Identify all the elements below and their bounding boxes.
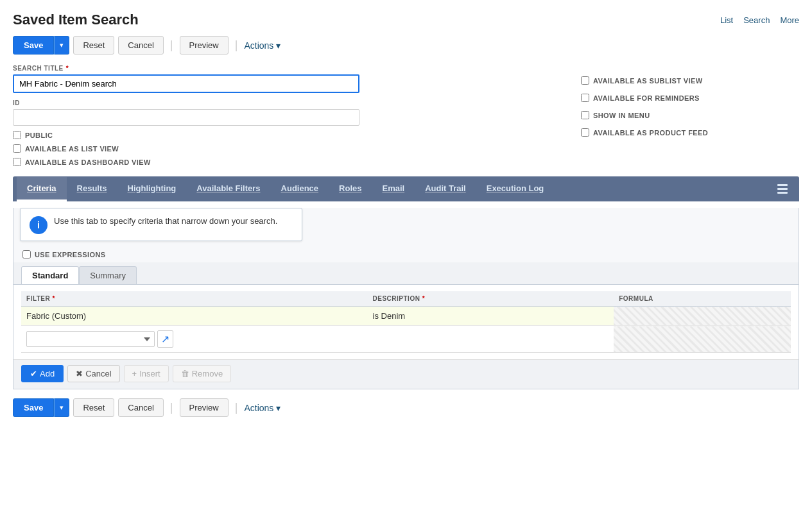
bottom-actions-dropdown-button[interactable]: Actions ▾	[244, 403, 281, 413]
tab-criteria[interactable]: Criteria	[17, 177, 67, 201]
cancel-x-icon: ✖	[76, 369, 83, 378]
info-icon: i	[30, 216, 48, 234]
save-button[interactable]: Save	[13, 36, 54, 55]
description-col-header: DESCRIPTION *	[368, 291, 614, 307]
tab-audience[interactable]: Audience	[271, 177, 329, 201]
description-input-cell	[368, 326, 614, 353]
tabs-scroll-icon[interactable]	[770, 176, 795, 201]
public-checkbox[interactable]	[13, 131, 21, 139]
public-checkbox-row[interactable]: PUBLIC	[13, 131, 568, 139]
tabs-container: Criteria Results Highlighting Available …	[13, 176, 799, 201]
bottom-preview-button[interactable]: Preview	[180, 398, 229, 417]
filter-input-cell: ↗	[21, 326, 368, 353]
cancel-small-button[interactable]: ✖ Cancel	[67, 365, 119, 382]
product-feed-checkbox[interactable]	[581, 128, 589, 137]
bottom-actions-arrow-icon: ▾	[276, 403, 281, 413]
tab-audit-trail[interactable]: Audit Trail	[415, 177, 476, 201]
available-list-checkbox[interactable]	[13, 144, 21, 153]
bottom-actions-label: Actions	[244, 403, 273, 413]
sublist-checkbox[interactable]	[581, 76, 589, 85]
top-toolbar: Save ▾ Reset Cancel | Preview | Actions …	[13, 32, 799, 62]
show-in-menu-checkbox[interactable]	[581, 111, 589, 119]
sub-tab-standard[interactable]: Standard	[21, 266, 79, 284]
formula-cell	[614, 307, 791, 326]
tab-available-filters[interactable]: Available Filters	[186, 177, 270, 201]
right-checkboxes: AVAILABLE AS SUBLIST VIEW AVAILABLE FOR …	[581, 71, 799, 137]
page-header: Saved Item Search List Search More	[13, 6, 799, 32]
form-left: SEARCH TITLE * ID PUBLIC AVAILABLE AS LI…	[13, 65, 568, 166]
id-label: ID	[13, 99, 568, 106]
sub-tabs: Standard Summary	[13, 262, 799, 285]
show-in-menu-label: SHOW IN MENU	[593, 112, 650, 119]
actions-dropdown-button[interactable]: Actions ▾	[244, 40, 281, 51]
tabs-bar: Criteria Results Highlighting Available …	[13, 176, 799, 201]
bottom-cancel-button[interactable]: Cancel	[118, 398, 163, 417]
search-title-label: SEARCH TITLE *	[13, 65, 568, 72]
filter-table: FILTER * DESCRIPTION * FORMULA Fabric (C…	[21, 291, 791, 353]
show-in-menu-checkbox-row[interactable]: SHOW IN MENU	[581, 111, 799, 119]
form-area: SEARCH TITLE * ID PUBLIC AVAILABLE AS LI…	[13, 62, 799, 174]
id-field: ID	[13, 99, 568, 126]
sublist-checkbox-row[interactable]: AVAILABLE AS SUBLIST VIEW	[581, 76, 799, 85]
bottom-save-button[interactable]: Save	[13, 398, 54, 417]
reminders-label: AVAILABLE FOR REMINDERS	[593, 94, 700, 102]
product-feed-checkbox-row[interactable]: AVAILABLE AS PRODUCT FEED	[581, 128, 799, 137]
save-dropdown-button[interactable]: ▾	[54, 36, 69, 55]
formula-col-header: FORMULA	[614, 291, 791, 307]
available-list-label: AVAILABLE AS LIST VIEW	[25, 145, 119, 153]
bottom-save-dropdown-button[interactable]: ▾	[54, 398, 69, 417]
filter-col-header: FILTER *	[21, 291, 368, 307]
add-button[interactable]: ✔ Add	[21, 365, 64, 382]
tab-highlighting[interactable]: Highlighting	[117, 177, 187, 201]
tab-roles[interactable]: Roles	[329, 177, 372, 201]
sub-tab-summary[interactable]: Summary	[79, 266, 137, 284]
product-feed-label: AVAILABLE AS PRODUCT FEED	[593, 129, 708, 137]
preview-button[interactable]: Preview	[180, 36, 229, 55]
cancel-button[interactable]: Cancel	[118, 36, 163, 55]
reminders-checkbox[interactable]	[581, 94, 589, 102]
available-dashboard-checkbox[interactable]	[13, 158, 21, 166]
bottom-toolbar-separator-2: |	[235, 401, 238, 414]
tab-content-criteria: i Use this tab to specify criteria that …	[13, 208, 799, 389]
action-buttons-row: ✔ Add ✖ Cancel + Insert 🗑 Remove	[13, 359, 799, 389]
required-star: *	[66, 65, 69, 72]
bottom-toolbar-separator: |	[170, 401, 173, 414]
description-value: is Denim	[373, 311, 406, 321]
tab-execution-log[interactable]: Execution Log	[476, 177, 555, 201]
actions-arrow-icon: ▾	[276, 40, 281, 51]
bottom-save-button-group: Save ▾	[13, 398, 69, 417]
reminders-checkbox-row[interactable]: AVAILABLE FOR REMINDERS	[581, 94, 799, 102]
tooltip-text: Use this tab to specify criteria that na…	[54, 215, 277, 228]
bottom-reset-button[interactable]: Reset	[73, 398, 114, 417]
external-link-icon[interactable]: ↗	[157, 330, 173, 348]
available-dashboard-label: AVAILABLE AS DASHBOARD VIEW	[25, 158, 151, 166]
insert-plus-icon: +	[132, 369, 137, 378]
insert-label: Insert	[139, 369, 160, 378]
toolbar-separator: |	[170, 38, 173, 52]
nav-search[interactable]: Search	[743, 15, 770, 25]
nav-list[interactable]: List	[720, 15, 733, 25]
nav-more[interactable]: More	[780, 15, 799, 25]
use-expressions-row[interactable]: USE EXPRESSIONS	[13, 244, 799, 262]
use-expressions-checkbox[interactable]	[22, 250, 31, 259]
filter-cell: Fabric (Custom)	[21, 307, 368, 326]
table-row: Fabric (Custom) is Denim	[21, 307, 791, 326]
remove-label: Remove	[192, 369, 223, 378]
tab-email[interactable]: Email	[372, 177, 415, 201]
insert-button: + Insert	[124, 365, 169, 382]
available-dashboard-checkbox-row[interactable]: AVAILABLE AS DASHBOARD VIEW	[13, 158, 568, 166]
reset-button[interactable]: Reset	[73, 36, 114, 55]
add-checkmark-icon: ✔	[30, 369, 37, 378]
form-right: AVAILABLE AS SUBLIST VIEW AVAILABLE FOR …	[581, 65, 799, 166]
criteria-tooltip: i Use this tab to specify criteria that …	[20, 208, 302, 241]
search-title-input[interactable]	[13, 74, 359, 93]
tab-results[interactable]: Results	[67, 177, 117, 201]
cancel-small-label: Cancel	[85, 369, 111, 378]
filter-table-wrap: FILTER * DESCRIPTION * FORMULA Fabric (C…	[13, 285, 799, 359]
remove-button: 🗑 Remove	[173, 365, 231, 382]
filter-dropdown[interactable]	[26, 331, 155, 347]
bottom-toolbar: Save ▾ Reset Cancel | Preview | Actions …	[13, 389, 799, 421]
id-input[interactable]	[13, 109, 359, 126]
available-list-checkbox-row[interactable]: AVAILABLE AS LIST VIEW	[13, 144, 568, 153]
filter-value: Fabric (Custom)	[26, 311, 86, 321]
